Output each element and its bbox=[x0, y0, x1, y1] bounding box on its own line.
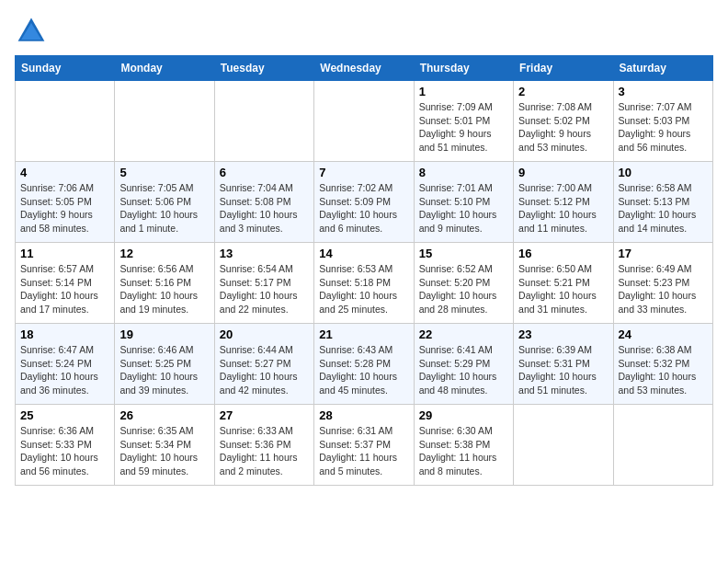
day-number: 10 bbox=[619, 166, 708, 179]
day-number: 28 bbox=[319, 408, 408, 422]
page-header bbox=[15, 15, 713, 48]
day-number: 1 bbox=[419, 85, 508, 98]
calendar-week-row: 4Sunrise: 7:06 AM Sunset: 5:05 PM Daylig… bbox=[16, 162, 713, 243]
day-number: 4 bbox=[20, 166, 109, 179]
day-number: 6 bbox=[220, 166, 309, 179]
weekday-header-sunday: Sunday bbox=[16, 56, 115, 81]
day-number: 29 bbox=[419, 408, 508, 422]
day-number: 17 bbox=[619, 247, 708, 260]
calendar-cell: 12Sunrise: 6:56 AM Sunset: 5:16 PM Dayli… bbox=[115, 243, 214, 324]
day-number: 19 bbox=[119, 327, 209, 341]
day-number: 2 bbox=[518, 85, 608, 98]
day-info: Sunrise: 6:30 AM Sunset: 5:38 PM Dayligh… bbox=[419, 424, 508, 478]
day-number: 14 bbox=[319, 247, 408, 260]
day-info: Sunrise: 6:53 AM Sunset: 5:18 PM Dayligh… bbox=[319, 262, 408, 316]
day-number: 15 bbox=[419, 247, 508, 260]
day-number: 8 bbox=[419, 166, 508, 179]
day-info: Sunrise: 6:35 AM Sunset: 5:34 PM Dayligh… bbox=[119, 424, 209, 478]
day-number: 23 bbox=[518, 327, 608, 341]
calendar-cell bbox=[613, 405, 712, 486]
day-number: 13 bbox=[220, 247, 309, 260]
day-number: 9 bbox=[518, 166, 608, 179]
day-info: Sunrise: 7:09 AM Sunset: 5:01 PM Dayligh… bbox=[419, 100, 508, 155]
weekday-header-wednesday: Wednesday bbox=[314, 56, 414, 81]
calendar-cell: 4Sunrise: 7:06 AM Sunset: 5:05 PM Daylig… bbox=[16, 162, 115, 243]
calendar-cell bbox=[214, 81, 313, 162]
day-number: 20 bbox=[220, 327, 309, 341]
day-number: 18 bbox=[20, 327, 109, 341]
calendar-cell bbox=[514, 405, 613, 486]
calendar-cell: 13Sunrise: 6:54 AM Sunset: 5:17 PM Dayli… bbox=[214, 243, 313, 324]
calendar-cell: 25Sunrise: 6:36 AM Sunset: 5:33 PM Dayli… bbox=[16, 405, 115, 486]
day-number: 5 bbox=[119, 166, 209, 179]
day-number: 27 bbox=[220, 408, 309, 422]
day-info: Sunrise: 6:50 AM Sunset: 5:21 PM Dayligh… bbox=[518, 262, 608, 316]
calendar-week-row: 18Sunrise: 6:47 AM Sunset: 5:24 PM Dayli… bbox=[16, 324, 713, 405]
calendar-cell: 11Sunrise: 6:57 AM Sunset: 5:14 PM Dayli… bbox=[16, 243, 115, 324]
calendar-cell: 23Sunrise: 6:39 AM Sunset: 5:31 PM Dayli… bbox=[514, 324, 613, 405]
calendar-table: SundayMondayTuesdayWednesdayThursdayFrid… bbox=[15, 55, 713, 486]
calendar-cell: 5Sunrise: 7:05 AM Sunset: 5:06 PM Daylig… bbox=[115, 162, 214, 243]
calendar-cell: 24Sunrise: 6:38 AM Sunset: 5:32 PM Dayli… bbox=[613, 324, 712, 405]
weekday-header-friday: Friday bbox=[514, 56, 613, 81]
day-info: Sunrise: 6:52 AM Sunset: 5:20 PM Dayligh… bbox=[419, 262, 508, 316]
day-info: Sunrise: 6:58 AM Sunset: 5:13 PM Dayligh… bbox=[619, 181, 708, 236]
calendar-header-row: SundayMondayTuesdayWednesdayThursdayFrid… bbox=[16, 56, 713, 81]
day-info: Sunrise: 6:56 AM Sunset: 5:16 PM Dayligh… bbox=[119, 262, 209, 316]
day-info: Sunrise: 7:05 AM Sunset: 5:06 PM Dayligh… bbox=[119, 181, 209, 236]
calendar-cell: 9Sunrise: 7:00 AM Sunset: 5:12 PM Daylig… bbox=[514, 162, 613, 243]
day-info: Sunrise: 7:04 AM Sunset: 5:08 PM Dayligh… bbox=[220, 181, 309, 236]
day-number: 21 bbox=[319, 327, 408, 341]
calendar-cell: 18Sunrise: 6:47 AM Sunset: 5:24 PM Dayli… bbox=[16, 324, 115, 405]
day-info: Sunrise: 6:43 AM Sunset: 5:28 PM Dayligh… bbox=[319, 343, 408, 397]
calendar-week-row: 25Sunrise: 6:36 AM Sunset: 5:33 PM Dayli… bbox=[16, 405, 713, 486]
calendar-cell: 17Sunrise: 6:49 AM Sunset: 5:23 PM Dayli… bbox=[613, 243, 712, 324]
day-info: Sunrise: 6:46 AM Sunset: 5:25 PM Dayligh… bbox=[119, 343, 209, 397]
day-info: Sunrise: 6:49 AM Sunset: 5:23 PM Dayligh… bbox=[619, 262, 708, 316]
day-info: Sunrise: 6:44 AM Sunset: 5:27 PM Dayligh… bbox=[220, 343, 309, 397]
calendar-cell: 2Sunrise: 7:08 AM Sunset: 5:02 PM Daylig… bbox=[514, 81, 613, 162]
day-number: 24 bbox=[619, 327, 708, 341]
calendar-cell: 1Sunrise: 7:09 AM Sunset: 5:01 PM Daylig… bbox=[414, 81, 513, 162]
day-info: Sunrise: 6:38 AM Sunset: 5:32 PM Dayligh… bbox=[619, 343, 708, 397]
calendar-cell: 20Sunrise: 6:44 AM Sunset: 5:27 PM Dayli… bbox=[214, 324, 313, 405]
day-info: Sunrise: 7:00 AM Sunset: 5:12 PM Dayligh… bbox=[518, 181, 608, 236]
logo-icon bbox=[15, 15, 48, 48]
calendar-cell: 3Sunrise: 7:07 AM Sunset: 5:03 PM Daylig… bbox=[613, 81, 712, 162]
calendar-cell: 29Sunrise: 6:30 AM Sunset: 5:38 PM Dayli… bbox=[414, 405, 513, 486]
day-info: Sunrise: 6:36 AM Sunset: 5:33 PM Dayligh… bbox=[20, 424, 109, 478]
day-info: Sunrise: 6:54 AM Sunset: 5:17 PM Dayligh… bbox=[220, 262, 309, 316]
day-info: Sunrise: 6:47 AM Sunset: 5:24 PM Dayligh… bbox=[20, 343, 109, 397]
calendar-cell: 21Sunrise: 6:43 AM Sunset: 5:28 PM Dayli… bbox=[314, 324, 414, 405]
day-info: Sunrise: 7:01 AM Sunset: 5:10 PM Dayligh… bbox=[419, 181, 508, 236]
calendar-cell: 14Sunrise: 6:53 AM Sunset: 5:18 PM Dayli… bbox=[314, 243, 414, 324]
calendar-cell: 28Sunrise: 6:31 AM Sunset: 5:37 PM Dayli… bbox=[314, 405, 414, 486]
calendar-week-row: 1Sunrise: 7:09 AM Sunset: 5:01 PM Daylig… bbox=[16, 81, 713, 162]
calendar-cell: 6Sunrise: 7:04 AM Sunset: 5:08 PM Daylig… bbox=[214, 162, 313, 243]
day-info: Sunrise: 6:39 AM Sunset: 5:31 PM Dayligh… bbox=[518, 343, 608, 397]
weekday-header-monday: Monday bbox=[115, 56, 214, 81]
weekday-header-saturday: Saturday bbox=[613, 56, 712, 81]
day-info: Sunrise: 6:33 AM Sunset: 5:36 PM Dayligh… bbox=[220, 424, 309, 478]
calendar-cell: 10Sunrise: 6:58 AM Sunset: 5:13 PM Dayli… bbox=[613, 162, 712, 243]
calendar-cell: 15Sunrise: 6:52 AM Sunset: 5:20 PM Dayli… bbox=[414, 243, 513, 324]
day-number: 16 bbox=[518, 247, 608, 260]
calendar-cell: 26Sunrise: 6:35 AM Sunset: 5:34 PM Dayli… bbox=[115, 405, 214, 486]
day-info: Sunrise: 7:08 AM Sunset: 5:02 PM Dayligh… bbox=[518, 100, 608, 155]
weekday-header-tuesday: Tuesday bbox=[214, 56, 313, 81]
day-info: Sunrise: 7:07 AM Sunset: 5:03 PM Dayligh… bbox=[619, 100, 708, 155]
day-info: Sunrise: 6:41 AM Sunset: 5:29 PM Dayligh… bbox=[419, 343, 508, 397]
calendar-cell: 22Sunrise: 6:41 AM Sunset: 5:29 PM Dayli… bbox=[414, 324, 513, 405]
day-number: 12 bbox=[119, 247, 209, 260]
day-number: 22 bbox=[419, 327, 508, 341]
day-info: Sunrise: 6:57 AM Sunset: 5:14 PM Dayligh… bbox=[20, 262, 109, 316]
logo bbox=[15, 15, 51, 48]
day-info: Sunrise: 6:31 AM Sunset: 5:37 PM Dayligh… bbox=[319, 424, 408, 478]
calendar-cell: 19Sunrise: 6:46 AM Sunset: 5:25 PM Dayli… bbox=[115, 324, 214, 405]
calendar-cell: 27Sunrise: 6:33 AM Sunset: 5:36 PM Dayli… bbox=[214, 405, 313, 486]
calendar-cell: 8Sunrise: 7:01 AM Sunset: 5:10 PM Daylig… bbox=[414, 162, 513, 243]
day-number: 7 bbox=[319, 166, 408, 179]
weekday-header-thursday: Thursday bbox=[414, 56, 513, 81]
calendar-cell: 16Sunrise: 6:50 AM Sunset: 5:21 PM Dayli… bbox=[514, 243, 613, 324]
calendar-cell bbox=[16, 81, 115, 162]
